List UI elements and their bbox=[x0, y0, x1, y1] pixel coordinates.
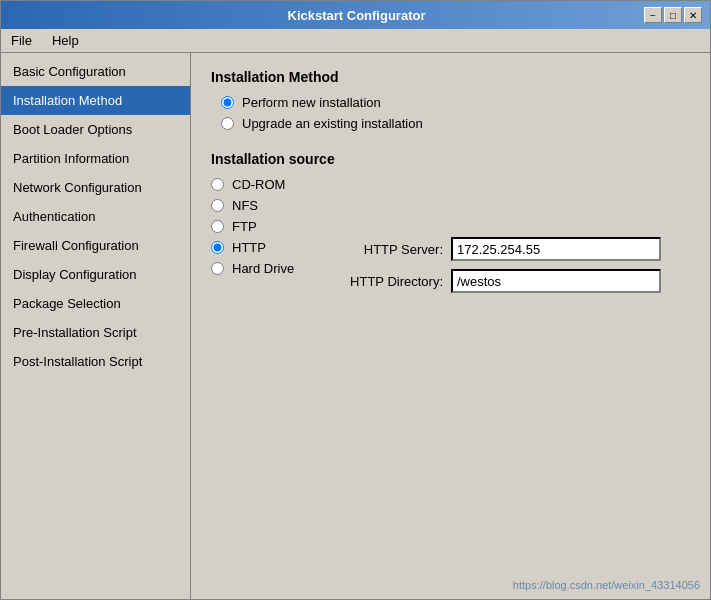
source-radio-group: CD-ROMNFSFTPHTTPHard Drive bbox=[211, 177, 331, 301]
radio-source-label-http[interactable]: HTTP bbox=[232, 240, 266, 255]
sidebar-item-boot-loader-options[interactable]: Boot Loader Options bbox=[1, 115, 190, 144]
sidebar-item-partition-information[interactable]: Partition Information bbox=[1, 144, 190, 173]
radio-source-nfs[interactable] bbox=[211, 199, 224, 212]
radio-source-cdrom[interactable] bbox=[211, 178, 224, 191]
window-controls: − □ ✕ bbox=[644, 7, 702, 23]
sidebar-item-display-configuration[interactable]: Display Configuration bbox=[1, 260, 190, 289]
sidebar-item-basic-configuration[interactable]: Basic Configuration bbox=[1, 57, 190, 86]
minimize-button[interactable]: − bbox=[644, 7, 662, 23]
sidebar-item-network-configuration[interactable]: Network Configuration bbox=[1, 173, 190, 202]
sidebar-item-authentication[interactable]: Authentication bbox=[1, 202, 190, 231]
source-radio-row-ftp: FTP bbox=[211, 219, 331, 234]
main-window: Kickstart Configurator − □ ✕ File Help B… bbox=[0, 0, 711, 600]
sidebar-item-firewall-configuration[interactable]: Firewall Configuration bbox=[1, 231, 190, 260]
install-type-group: Perform new installation Upgrade an exis… bbox=[221, 95, 690, 131]
http-directory-label: HTTP Directory: bbox=[331, 274, 451, 289]
content-area: Basic ConfigurationInstallation MethodBo… bbox=[1, 53, 710, 599]
radio-source-hard-drive[interactable] bbox=[211, 262, 224, 275]
sidebar-item-pre-installation-script[interactable]: Pre-Installation Script bbox=[1, 318, 190, 347]
radio-new-install[interactable] bbox=[221, 96, 234, 109]
radio-source-label-cdrom[interactable]: CD-ROM bbox=[232, 177, 285, 192]
source-radio-row-nfs: NFS bbox=[211, 198, 331, 213]
sidebar-item-package-selection[interactable]: Package Selection bbox=[1, 289, 190, 318]
radio-row-upgrade: Upgrade an existing installation bbox=[221, 116, 690, 131]
radio-upgrade-label[interactable]: Upgrade an existing installation bbox=[242, 116, 423, 131]
window-title: Kickstart Configurator bbox=[69, 8, 644, 23]
http-directory-row: HTTP Directory: bbox=[331, 269, 690, 293]
radio-source-label-hard-drive[interactable]: Hard Drive bbox=[232, 261, 294, 276]
http-directory-input[interactable] bbox=[451, 269, 661, 293]
radio-source-label-nfs[interactable]: NFS bbox=[232, 198, 258, 213]
menu-file[interactable]: File bbox=[5, 31, 38, 50]
radio-row-new-install: Perform new installation bbox=[221, 95, 690, 110]
http-server-label: HTTP Server: bbox=[331, 242, 451, 257]
http-server-input[interactable] bbox=[451, 237, 661, 261]
source-fields: HTTP Server: HTTP Directory: bbox=[331, 177, 690, 301]
radio-source-label-ftp[interactable]: FTP bbox=[232, 219, 257, 234]
main-panel: Installation Method Perform new installa… bbox=[191, 53, 710, 599]
radio-new-install-label[interactable]: Perform new installation bbox=[242, 95, 381, 110]
radio-source-ftp[interactable] bbox=[211, 220, 224, 233]
close-button[interactable]: ✕ bbox=[684, 7, 702, 23]
sidebar: Basic ConfigurationInstallation MethodBo… bbox=[1, 53, 191, 599]
watermark: https://blog.csdn.net/weixin_43314056 bbox=[513, 579, 700, 591]
source-container: CD-ROMNFSFTPHTTPHard Drive HTTP Server: … bbox=[211, 177, 690, 301]
source-radio-row-http: HTTP bbox=[211, 240, 331, 255]
maximize-button[interactable]: □ bbox=[664, 7, 682, 23]
menu-help[interactable]: Help bbox=[46, 31, 85, 50]
http-server-row: HTTP Server: bbox=[331, 237, 690, 261]
source-radio-row-hard-drive: Hard Drive bbox=[211, 261, 331, 276]
radio-upgrade[interactable] bbox=[221, 117, 234, 130]
sidebar-item-post-installation-script[interactable]: Post-Installation Script bbox=[1, 347, 190, 376]
source-radio-row-cdrom: CD-ROM bbox=[211, 177, 331, 192]
installation-method-title: Installation Method bbox=[211, 69, 690, 85]
menu-bar: File Help bbox=[1, 29, 710, 53]
title-bar: Kickstart Configurator − □ ✕ bbox=[1, 1, 710, 29]
radio-source-http[interactable] bbox=[211, 241, 224, 254]
sidebar-item-installation-method[interactable]: Installation Method bbox=[1, 86, 190, 115]
installation-source-title: Installation source bbox=[211, 151, 690, 167]
